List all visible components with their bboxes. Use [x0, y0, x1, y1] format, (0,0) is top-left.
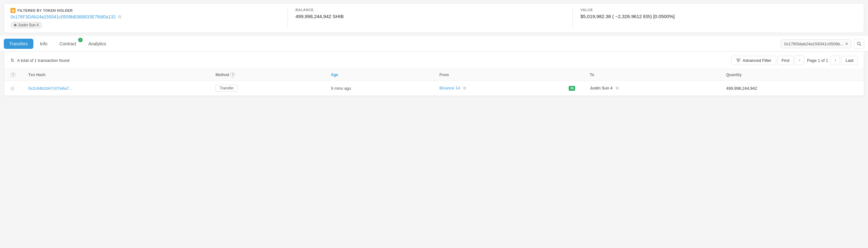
txn-hash-link[interactable]: 0x2c84b2d47c07e6a7...: [28, 86, 72, 91]
advanced-filter-label: Advanced Filter: [743, 58, 771, 63]
table-row: ◎ 0x2c84b2d47c07e6a7... Transfer 9 mins …: [4, 81, 864, 96]
transactions-table: ? Txn Hash Method ? Age From To Quantity…: [4, 69, 864, 96]
row-txn-hash-cell: 0x2c84b2d47c07e6a7...: [22, 81, 209, 96]
col-quantity: Quantity: [720, 69, 864, 81]
row-direction-cell: IN: [562, 81, 583, 96]
to-address-text: Justin Sun 4: [590, 85, 613, 91]
token-holder-banner: ⊞ FILTERED BY TOKEN HOLDER 0x176F3DAb24a…: [4, 3, 864, 33]
next-page-button[interactable]: ›: [831, 56, 840, 65]
remove-filter-icon[interactable]: ×: [845, 41, 848, 46]
col-age: Age: [324, 69, 433, 81]
pagination-controls: Advanced Filter First ‹ Page 1 of 1 › La…: [732, 56, 858, 65]
filter-icon: ⊞: [10, 8, 16, 13]
holder-tag: Justin Sun 4: [10, 22, 42, 28]
svg-line-1: [860, 45, 861, 46]
search-button[interactable]: [854, 39, 864, 49]
sort-icon: ⇅: [10, 58, 14, 63]
balance-label: BALANCE: [296, 8, 565, 12]
first-page-button[interactable]: First: [777, 56, 794, 65]
search-icon: [857, 41, 861, 46]
row-age-cell: 9 mins ago: [324, 81, 433, 96]
col-eye: ?: [4, 69, 22, 81]
row-eye-icon[interactable]: ◎: [10, 85, 14, 91]
direction-badge: IN: [569, 86, 575, 91]
prev-page-button[interactable]: ‹: [795, 56, 804, 65]
tabs-right-actions: 0x176f3dab24a159341c0509b... ×: [781, 39, 864, 49]
filter-icon: [736, 58, 741, 62]
balance-value: 499,998,244,942 SHIB: [296, 14, 565, 19]
from-address-link[interactable]: Binance 14: [439, 85, 460, 91]
page-indicator: Page 1 of 1: [806, 58, 830, 63]
advanced-filter-button[interactable]: Advanced Filter: [732, 56, 776, 65]
help-icon[interactable]: ?: [10, 72, 16, 77]
transaction-count-text: ⇅ A total of 1 transaction found: [10, 58, 69, 63]
quantity-value: 499,998,244,942: [726, 86, 757, 91]
col-method: Method ?: [209, 69, 324, 81]
tab-analytics[interactable]: Analytics: [83, 39, 112, 49]
table-header-row: ? Txn Hash Method ? Age From To Quantity: [4, 69, 864, 81]
main-content: ⇅ A total of 1 transaction found Advance…: [4, 52, 864, 96]
col-to: To: [583, 69, 720, 81]
col-from: From: [433, 69, 563, 81]
copy-from-icon[interactable]: ⧉: [463, 85, 466, 91]
balance-section: BALANCE 499,998,244,942 SHIB: [288, 8, 573, 28]
filter-section: ⊞ FILTERED BY TOKEN HOLDER 0x176F3DAb24a…: [10, 8, 288, 28]
value-label: VALUE: [581, 8, 850, 12]
row-method-cell: Transfer: [209, 81, 324, 96]
method-badge: Transfer: [215, 85, 238, 92]
tabs-row: Transfers Info Contract ✓ Analytics 0x17…: [0, 36, 868, 52]
copy-address-icon[interactable]: ⧉: [118, 14, 121, 19]
contract-verified-icon: ✓: [78, 38, 83, 42]
toolbar-row: ⇅ A total of 1 transaction found Advance…: [4, 52, 864, 69]
col-txn-hash: Txn Hash: [22, 69, 209, 81]
copy-to-icon[interactable]: ⧉: [616, 85, 619, 91]
tag-dot: [14, 24, 17, 26]
row-to-cell: Justin Sun 4 ⧉: [583, 81, 720, 96]
tab-transfers[interactable]: Transfers: [4, 39, 33, 49]
address-filter-pill: 0x176f3dab24a159341c0509b... ×: [781, 39, 851, 48]
address-row: 0x176F3DAb24a159341c0509bB36B833E7fdd0a1…: [10, 14, 280, 19]
last-page-button[interactable]: Last: [841, 56, 858, 65]
row-from-cell: Binance 14 ⧉: [433, 81, 563, 96]
filter-label: FILTERED BY TOKEN HOLDER: [18, 8, 73, 12]
method-help-icon[interactable]: ?: [230, 72, 235, 77]
age-text: 9 mins ago: [331, 86, 351, 91]
value-text: $5,019,982.38 ( ~2,326.9612 Eth) [0.0500…: [581, 14, 850, 19]
tab-contract[interactable]: Contract ✓: [54, 39, 82, 49]
tag-label: Justin Sun 4: [18, 23, 39, 27]
pill-address-text: 0x176f3dab24a159341c0509b...: [784, 41, 843, 46]
tab-info[interactable]: Info: [35, 39, 53, 49]
holder-address-link[interactable]: 0x176F3DAb24a159341c0509bB36B833E7fdd0a1…: [10, 14, 116, 19]
row-quantity-cell: 499,998,244,942: [720, 81, 864, 96]
tabs-container: Transfers Info Contract ✓ Analytics: [4, 36, 112, 51]
value-section: VALUE $5,019,982.38 ( ~2,326.9612 Eth) […: [573, 8, 858, 28]
col-direction: [562, 69, 583, 81]
row-eye-cell: ◎: [4, 81, 22, 96]
